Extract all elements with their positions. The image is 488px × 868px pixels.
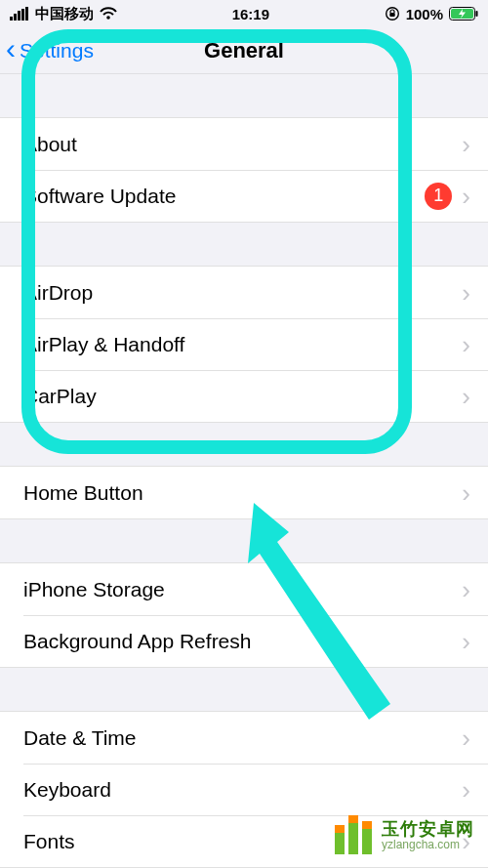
list-section-3: Home Button › xyxy=(0,466,488,519)
chevron-right-icon: › xyxy=(462,629,470,654)
chevron-right-icon: › xyxy=(462,480,470,506)
watermark: 玉竹安卓网 yzlangcha.com xyxy=(327,811,480,860)
watermark-title: 玉竹安卓网 xyxy=(382,819,474,840)
status-time: 16:19 xyxy=(232,6,269,22)
chevron-right-icon: › xyxy=(462,384,470,409)
status-bar: 中国移动 16:19 100% xyxy=(0,0,488,27)
row-iphone-storage[interactable]: iPhone Storage › xyxy=(0,563,488,615)
orientation-lock-icon xyxy=(385,6,400,21)
update-badge: 1 xyxy=(425,183,452,210)
row-about[interactable]: About › xyxy=(0,118,488,170)
wifi-icon xyxy=(100,7,117,21)
section-gap xyxy=(0,519,488,562)
watermark-url: yzlangcha.com xyxy=(382,839,474,852)
carrier-label: 中国移动 xyxy=(35,5,94,23)
status-left: 中国移动 xyxy=(10,5,117,23)
row-airplay-handoff[interactable]: AirPlay & Handoff › xyxy=(0,318,488,370)
chevron-right-icon: › xyxy=(462,184,470,209)
back-button[interactable]: ‹ Settings xyxy=(6,27,94,73)
chevron-right-icon: › xyxy=(462,725,470,751)
row-label: AirPlay & Handoff xyxy=(23,333,462,356)
svg-point-5 xyxy=(106,16,110,20)
battery-percent: 100% xyxy=(406,6,443,22)
chevron-right-icon: › xyxy=(462,577,470,602)
row-carplay[interactable]: CarPlay › xyxy=(0,370,488,422)
chevron-right-icon: › xyxy=(462,132,470,157)
row-label: Background App Refresh xyxy=(23,630,462,653)
row-label: Software Update xyxy=(23,185,425,208)
row-date-time[interactable]: Date & Time › xyxy=(0,712,488,764)
row-label: Home Button xyxy=(23,481,462,505)
status-right: 100% xyxy=(385,6,478,22)
section-gap xyxy=(0,223,488,266)
row-keyboard[interactable]: Keyboard › xyxy=(0,764,488,815)
row-label: CarPlay xyxy=(23,385,462,408)
row-label: Keyboard xyxy=(23,778,462,802)
page-title: General xyxy=(204,38,284,63)
row-background-app-refresh[interactable]: Background App Refresh › xyxy=(0,615,488,667)
cell-signal-icon xyxy=(10,7,29,21)
list-section-4: iPhone Storage › Background App Refresh … xyxy=(0,562,488,668)
row-home-button[interactable]: Home Button › xyxy=(0,467,488,518)
chevron-right-icon: › xyxy=(462,777,470,803)
watermark-logo-icon xyxy=(333,815,374,856)
section-gap xyxy=(0,668,488,711)
back-label: Settings xyxy=(20,39,94,62)
row-label: About xyxy=(23,133,462,156)
svg-rect-3 xyxy=(21,9,24,21)
svg-rect-1 xyxy=(14,14,17,21)
nav-bar: ‹ Settings General xyxy=(0,27,488,74)
row-software-update[interactable]: Software Update 1 › xyxy=(0,170,488,222)
svg-rect-7 xyxy=(389,13,394,17)
battery-icon xyxy=(449,7,478,21)
svg-rect-10 xyxy=(476,11,478,17)
row-label: Date & Time xyxy=(23,726,462,750)
row-label: iPhone Storage xyxy=(23,578,462,601)
svg-rect-2 xyxy=(18,11,20,21)
section-gap xyxy=(0,74,488,117)
svg-rect-4 xyxy=(25,7,28,21)
list-section-1: About › Software Update 1 › xyxy=(0,117,488,223)
chevron-left-icon: ‹ xyxy=(6,34,16,63)
row-label: AirDrop xyxy=(23,281,462,305)
section-gap xyxy=(0,423,488,466)
svg-rect-0 xyxy=(10,17,13,21)
row-airdrop[interactable]: AirDrop › xyxy=(0,267,488,318)
list-section-2: AirDrop › AirPlay & Handoff › CarPlay › xyxy=(0,266,488,423)
chevron-right-icon: › xyxy=(462,332,470,357)
chevron-right-icon: › xyxy=(462,280,470,306)
